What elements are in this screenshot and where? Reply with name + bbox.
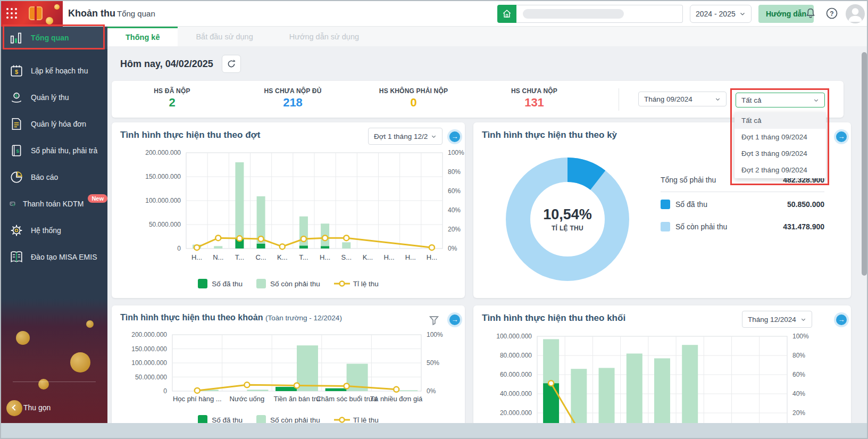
dropdown-option-dot3[interactable]: Đợt 3 tháng 09/2024 [735, 145, 826, 162]
help-button[interactable]: ? [824, 6, 839, 21]
today-row: Hôm nay, 04/02/2025 [120, 55, 241, 73]
notifications-button[interactable] [803, 6, 818, 21]
school-search-input[interactable] [516, 5, 683, 23]
svg-text:0%: 0% [427, 387, 436, 395]
arrow-right-icon: → [449, 314, 460, 325]
stat-value: 0 [353, 96, 474, 110]
stat-label: HS KHÔNG PHẢI NỘP [353, 87, 474, 95]
open-detail-button[interactable]: → [447, 312, 462, 327]
open-detail-button[interactable]: → [447, 129, 462, 144]
batch-select[interactable]: Tất cả [736, 93, 825, 107]
chevron-down-icon [813, 97, 819, 103]
khoi-month-select[interactable]: Tháng 12/2024 [742, 311, 812, 328]
app-logo[interactable] [1, 1, 63, 27]
bar-chart-theo-khoan: 050.000.000100.000.000150.000.000200.000… [112, 331, 465, 408]
sidebar-item-lap-ke-hoach-thu[interactable]: $ Lập kế hoạch thu [1, 57, 107, 84]
sidebar-item-so-phai-thu[interactable]: $ Sổ phải thu, phải trả [1, 137, 107, 164]
svg-text:50.000.000: 50.000.000 [135, 374, 167, 381]
svg-text:100.000.000: 100.000.000 [145, 197, 181, 204]
avatar[interactable] [846, 4, 865, 23]
month-select[interactable]: Tháng 09/2024 [638, 92, 727, 106]
top-nav-current[interactable]: Tổng quan [117, 9, 155, 18]
svg-text:0%: 0% [448, 245, 457, 252]
school-year-select[interactable]: 2024 - 2025 [690, 5, 752, 23]
sidebar-item-label: Quản lý thu [31, 93, 69, 102]
open-detail-button[interactable]: → [834, 312, 849, 327]
home-icon [502, 9, 512, 19]
stat-hs-da-nop: HS ĐÃ NỘP 2 [112, 81, 232, 118]
vertical-scrollbar-thumb[interactable] [862, 52, 867, 276]
dropdown-option-dot2[interactable]: Đợt 2 tháng 09/2024 [735, 162, 826, 178]
month-select-value: Tháng 09/2024 [644, 95, 692, 103]
filter-icon [428, 314, 440, 326]
donut-chart [504, 155, 631, 283]
training-book-icon [10, 250, 23, 264]
svg-text:S...: S... [341, 253, 352, 261]
svg-text:$: $ [15, 69, 18, 75]
svg-text:20.000.000: 20.000.000 [500, 409, 532, 417]
card-title: Tình hình thực hiện thu theo kỳ [482, 130, 617, 140]
sidebar-item-label: Quản lý hóa đơn [31, 120, 86, 128]
arrow-right-icon: → [449, 131, 460, 142]
svg-text:0: 0 [177, 245, 181, 252]
svg-text:Học phí hàng ...: Học phí hàng ... [173, 395, 222, 403]
legend-row-con-phai-thu: Số còn phải thu 431.478.900 [661, 222, 824, 231]
sidebar-item-quan-ly-hoa-don[interactable]: Quản lý hóa đơn [1, 111, 107, 137]
sidebar-item-quan-ly-thu[interactable]: $ Quản lý thu [1, 84, 107, 111]
svg-text:K...: K... [363, 253, 373, 261]
dropdown-option-dot1[interactable]: Đợt 1 tháng 09/2024 [735, 129, 826, 145]
payment-card-icon [10, 197, 15, 211]
tab-bat-dau-su-dung[interactable]: Bắt đầu sử dụng [178, 27, 271, 46]
school-search-group [497, 5, 683, 23]
sidebar-item-label: Đào tạo MISA EMIS [31, 253, 97, 261]
filter-button[interactable] [427, 314, 441, 328]
tab-thong-ke[interactable]: Thống kê [107, 27, 178, 46]
legend-swatch-dark-green [198, 279, 207, 288]
sidebar-item-tong-quan[interactable]: Tổng quan [1, 27, 107, 49]
stat-label: HS CHƯA NỘP [474, 87, 595, 95]
legend-swatch-light-blue [661, 222, 670, 231]
dot-period-select[interactable]: Đợt 1 tháng 12/2 [368, 128, 443, 145]
bell-icon [805, 7, 816, 19]
svg-text:H...: H... [320, 253, 330, 261]
tet-coin-decor [54, 4, 60, 10]
tab-huong-dan-su-dung[interactable]: Hướng dẫn sử dụng [271, 27, 377, 46]
khoi-month-value: Tháng 12/2024 [748, 316, 796, 324]
svg-text:40%: 40% [792, 390, 805, 397]
refresh-button[interactable] [222, 55, 241, 73]
svg-text:C...: C... [255, 253, 266, 261]
collapse-sidebar-button[interactable]: Thu gọn [13, 403, 51, 412]
hand-coin-icon: $ [10, 90, 23, 104]
chart-card-theo-khoi: Tình hình thực hiện thu theo khối Tháng … [473, 305, 851, 439]
sidebar-item-label: Tổng quan [31, 34, 69, 42]
sidebar-item-label: Sổ phải thu, phải trả [31, 146, 97, 155]
legend-so-da-thu: Số đã thu [198, 279, 243, 288]
sidebar-item-bao-cao[interactable]: Báo cáo [1, 164, 107, 190]
content-tabs: Thống kê Bắt đầu sử dụng Hướng dẫn sử dụ… [107, 27, 868, 46]
school-name-redacted [523, 9, 624, 19]
calendar-dollar-icon: $ [10, 64, 23, 78]
svg-text:150.000.000: 150.000.000 [131, 345, 167, 353]
sidebar-item-dao-tao[interactable]: Đào tạo MISA EMIS [1, 244, 107, 270]
open-detail-button[interactable]: → [834, 129, 849, 144]
svg-text:100.000.000: 100.000.000 [496, 333, 532, 340]
svg-text:Chăm sóc buổi trưa: Chăm sóc buổi trưa [316, 395, 377, 403]
svg-text:100%: 100% [792, 333, 809, 340]
app-launcher-icon[interactable] [6, 8, 18, 20]
sidebar-item-thanh-toan-kdtm[interactable]: Thanh toán KDTM New [1, 190, 107, 217]
svg-text:N...: N... [213, 253, 223, 261]
batch-select-dropdown: Tất cả Đợt 1 tháng 09/2024 Đợt 3 tháng 0… [735, 112, 826, 178]
legend-swatch-blue [661, 200, 670, 209]
collapse-label: Thu gọn [23, 403, 51, 412]
dot-period-value: Đợt 1 tháng 12/2 [374, 132, 428, 140]
svg-text:40%: 40% [448, 206, 461, 214]
ledger-icon: $ [10, 144, 23, 158]
home-button[interactable] [497, 5, 516, 23]
legend-line-sample [334, 417, 350, 423]
legend-value: 431.478.900 [783, 222, 824, 231]
dropdown-option-tat-ca[interactable]: Tất cả [735, 112, 826, 129]
tet-coin-decor [46, 17, 53, 24]
chevron-down-icon [715, 96, 721, 102]
sidebar-item-he-thong[interactable]: Hệ thống [1, 217, 107, 244]
svg-text:Nước uống: Nước uống [230, 395, 265, 403]
